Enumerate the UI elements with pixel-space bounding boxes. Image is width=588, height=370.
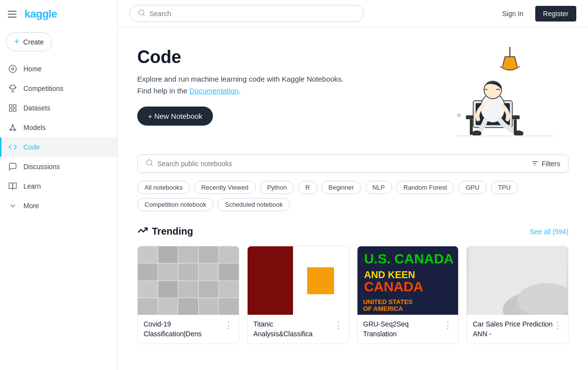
card-covid-menu[interactable]: ⋮ (224, 320, 233, 330)
register-button[interactable]: Register (535, 6, 576, 22)
filters-button[interactable]: Filters (531, 160, 560, 168)
chip-python[interactable]: Python (260, 181, 294, 194)
card-gru-thumbnail: U.S. CANADA AND KEEN CANADA UNITED STATE… (357, 246, 459, 315)
models-icon (8, 123, 18, 132)
main-content: Sign In Register Code Explore and run ma… (118, 0, 588, 370)
svg-line-13 (143, 14, 145, 16)
hero-description: Explore and run machine learning code wi… (137, 73, 344, 97)
svg-rect-3 (14, 105, 16, 107)
documentation-link[interactable]: Documentation (189, 87, 239, 95)
content-area: Filters All notebooks Recently Viewed Py… (118, 154, 588, 364)
chip-tpu[interactable]: TPU (491, 181, 518, 194)
trending-header: Trending See all (594) (137, 225, 568, 238)
kaggle-logo[interactable]: kaggle (24, 8, 57, 21)
svg-text:OF AMERICA: OF AMERICA (363, 305, 403, 312)
card-titanic[interactable]: Titanic Analysis&Classifica ⋮ (247, 246, 349, 344)
card-car[interactable]: Car Sales Price Prediction ANN - ⋮ (466, 246, 568, 344)
svg-line-9 (11, 126, 13, 130)
notebooks-search-input[interactable] (157, 160, 531, 168)
chip-scheduled-notebook[interactable]: Scheduled notebook (217, 198, 290, 211)
notebooks-search-icon (146, 159, 153, 169)
svg-point-0 (9, 65, 17, 73)
sidebar: kaggle + Create Home Competitions Datase… (0, 0, 118, 370)
sidebar-item-code[interactable]: Code (0, 137, 117, 157)
svg-line-10 (13, 126, 15, 130)
card-titanic-title: Titanic Analysis&Classifica (253, 320, 334, 339)
sidebar-item-models[interactable]: Models (0, 118, 117, 137)
sidebar-item-competitions[interactable]: Competitions (0, 79, 117, 98)
trending-title: Trending (137, 225, 193, 238)
svg-rect-24 (514, 119, 517, 135)
new-notebook-button[interactable]: + New Notebook (137, 107, 213, 126)
sidebar-item-learn-label: Learn (23, 182, 41, 190)
sidebar-item-more[interactable]: More (0, 196, 117, 216)
chip-gpu[interactable]: GPU (458, 181, 486, 194)
sidebar-item-home[interactable]: Home (0, 59, 117, 79)
topbar-actions: Sign In Register (496, 6, 576, 22)
hero-section: Code Explore and run machine learning co… (118, 27, 588, 154)
learn-icon (8, 181, 18, 191)
search-input[interactable] (149, 10, 356, 18)
svg-text:U.S. CANADA: U.S. CANADA (364, 251, 454, 266)
trending-cards-grid: Covid-19 Classification|Dens ⋮ Titanic A… (137, 246, 568, 344)
see-all-link[interactable]: See all (594) (530, 228, 568, 236)
svg-rect-4 (9, 109, 12, 111)
card-titanic-menu[interactable]: ⋮ (334, 320, 343, 330)
svg-text:AND KEEN: AND KEEN (364, 269, 415, 280)
filter-chips: All notebooks Recently Viewed Python R B… (137, 181, 568, 211)
card-car-thumbnail (467, 246, 568, 315)
chip-all-notebooks[interactable]: All notebooks (137, 181, 190, 194)
sidebar-item-home-label: Home (23, 65, 42, 73)
card-gru-menu[interactable]: ⋮ (443, 320, 452, 330)
sidebar-item-discussions-label: Discussions (23, 163, 60, 171)
trending-icon (137, 225, 148, 238)
sidebar-item-discussions[interactable]: Discussions (0, 157, 117, 176)
sidebar-item-learn[interactable]: Learn (0, 176, 117, 196)
page-title: Code (137, 47, 344, 67)
chip-beginner[interactable]: Beginner (321, 181, 361, 194)
discussions-icon (8, 162, 18, 172)
chip-random-forest[interactable]: Random Forest (396, 181, 455, 194)
global-search-bar[interactable] (129, 5, 364, 22)
svg-rect-2 (9, 105, 12, 107)
code-icon (8, 142, 18, 152)
chip-recently-viewed[interactable]: Recently Viewed (194, 181, 256, 194)
topbar: Sign In Register (118, 0, 588, 27)
search-icon (138, 9, 146, 18)
sidebar-item-more-label: More (23, 202, 39, 210)
create-button[interactable]: + Create (6, 32, 52, 51)
svg-point-12 (139, 10, 144, 15)
card-car-body: Car Sales Price Prediction ANN - ⋮ (467, 315, 568, 344)
svg-text:UNITED STATES: UNITED STATES (363, 298, 413, 305)
card-covid-title: Covid-19 Classification|Dens (144, 320, 224, 339)
card-covid[interactable]: Covid-19 Classification|Dens ⋮ (137, 246, 239, 344)
kaggle-logo-text: kaggle (24, 8, 57, 21)
svg-point-26 (147, 160, 152, 165)
chip-competition-notebook[interactable]: Competition notebook (137, 198, 213, 211)
card-covid-body: Covid-19 Classification|Dens ⋮ (138, 315, 239, 344)
signin-button[interactable]: Sign In (496, 6, 529, 22)
more-chevron-icon (8, 201, 18, 211)
hero-illustration: ✳ (441, 47, 568, 145)
card-titanic-thumbnail (248, 246, 349, 315)
card-titanic-body: Titanic Analysis&Classifica ⋮ (248, 315, 349, 344)
card-gru[interactable]: U.S. CANADA AND KEEN CANADA UNITED STATE… (357, 246, 459, 344)
chip-nlp[interactable]: NLP (365, 181, 392, 194)
trending-title-text: Trending (152, 226, 193, 237)
hamburger-menu[interactable] (6, 9, 19, 20)
svg-text:CANADA: CANADA (364, 279, 423, 294)
card-car-menu[interactable]: ⋮ (553, 320, 562, 330)
sidebar-item-datasets[interactable]: Datasets (0, 98, 117, 118)
sidebar-item-competitions-label: Competitions (23, 85, 63, 92)
card-car-title: Car Sales Price Prediction ANN - (473, 320, 553, 339)
sidebar-item-models-label: Models (23, 124, 45, 131)
hero-text: Code Explore and run machine learning co… (137, 47, 344, 126)
svg-rect-5 (14, 109, 16, 111)
create-plus-icon: + (14, 37, 20, 47)
create-label: Create (23, 38, 44, 46)
filters-label: Filters (542, 160, 560, 168)
notebooks-search-bar[interactable]: Filters (137, 154, 568, 173)
datasets-icon (8, 103, 18, 113)
svg-point-1 (12, 68, 14, 70)
chip-r[interactable]: R (298, 181, 317, 194)
